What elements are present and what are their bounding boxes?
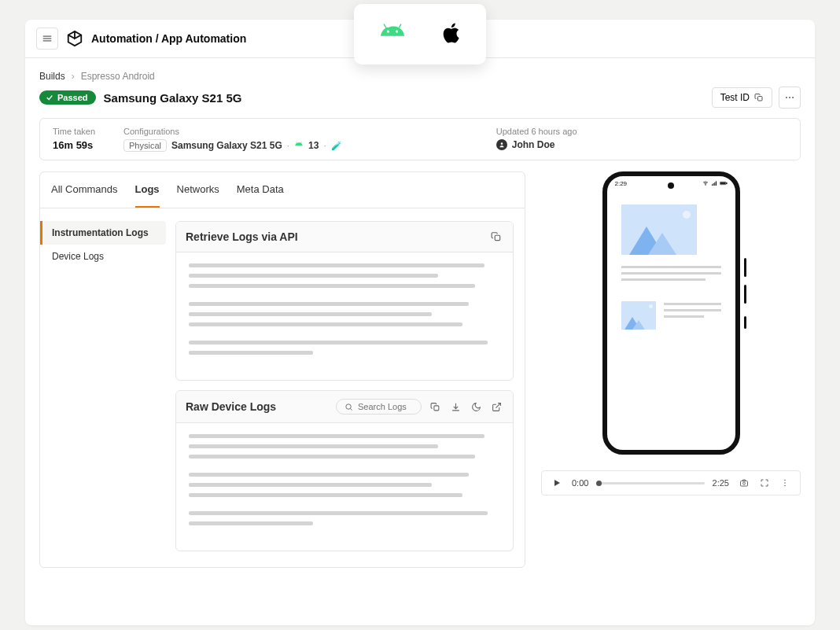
copy-icon xyxy=(754,93,764,102)
svg-point-23 xyxy=(743,482,746,484)
logs-panel: All Commands Logs Networks Meta Data Ins… xyxy=(39,171,525,568)
svg-rect-16 xyxy=(714,182,715,186)
search-logs-input-wrapper xyxy=(336,399,422,414)
updated-block: Updated 6 hours ago John Doe xyxy=(496,127,577,152)
signal-icon xyxy=(711,180,717,188)
svg-rect-15 xyxy=(713,183,713,186)
copy-icon[interactable] xyxy=(428,400,442,414)
screenshot-icon[interactable] xyxy=(737,476,751,490)
svg-rect-20 xyxy=(726,182,727,184)
author-name: John Doe xyxy=(512,139,555,150)
platform-selector-card xyxy=(354,4,486,64)
video-player: 0:00 2:25 xyxy=(541,470,801,496)
android-mini-icon xyxy=(294,140,304,152)
svg-marker-21 xyxy=(554,480,560,486)
svg-rect-11 xyxy=(433,405,438,410)
download-icon[interactable] xyxy=(448,400,462,414)
status-label: Passed xyxy=(57,93,88,102)
page-title: Automation / App Automation xyxy=(91,32,246,45)
physical-badge: Physical xyxy=(123,139,167,152)
svg-rect-8 xyxy=(495,235,499,240)
search-logs-input[interactable] xyxy=(358,402,413,411)
svg-point-6 xyxy=(792,97,794,98)
svg-rect-19 xyxy=(720,182,725,184)
configurations-label: Configurations xyxy=(123,127,342,136)
tab-logs[interactable]: Logs xyxy=(135,172,160,208)
svg-rect-14 xyxy=(712,184,713,186)
product-logo-icon xyxy=(66,30,83,47)
time-taken-block: Time taken 16m 59s xyxy=(53,127,95,152)
svg-rect-17 xyxy=(716,181,717,186)
raw-device-logs-body xyxy=(176,423,513,551)
svg-point-24 xyxy=(784,480,786,481)
ellipsis-icon xyxy=(784,92,795,103)
svg-point-5 xyxy=(789,97,790,98)
breadcrumb-root[interactable]: Builds xyxy=(39,71,65,82)
retrieve-logs-title: Retrieve Logs via API xyxy=(186,230,298,243)
clock-text: 2:29 xyxy=(615,180,628,188)
tab-all-commands[interactable]: All Commands xyxy=(51,172,118,208)
menu-button[interactable] xyxy=(36,28,58,50)
raw-device-logs-title: Raw Device Logs xyxy=(186,400,276,413)
sidebar-item-instrumentation-logs[interactable]: Instrumentation Logs xyxy=(40,221,166,245)
time-taken-label: Time taken xyxy=(53,127,95,136)
svg-line-10 xyxy=(350,408,352,410)
svg-rect-3 xyxy=(758,97,763,101)
battery-icon xyxy=(720,180,728,188)
tab-meta-data[interactable]: Meta Data xyxy=(237,172,284,208)
svg-point-7 xyxy=(500,142,503,145)
test-id-button[interactable]: Test ID xyxy=(712,87,772,108)
config-os-version: 13 xyxy=(308,140,319,151)
play-button[interactable] xyxy=(550,476,564,490)
android-icon[interactable] xyxy=(378,18,407,50)
retrieve-logs-card: Retrieve Logs via API xyxy=(175,221,514,381)
search-icon xyxy=(344,403,353,411)
title-row: Passed Samsung Galaxy S21 5G Test ID xyxy=(39,87,801,118)
time-taken-value: 16m 59s xyxy=(53,139,95,151)
svg-point-26 xyxy=(784,485,786,487)
status-bar: 2:29 xyxy=(607,180,735,188)
breadcrumb-current: Espresso Android xyxy=(81,71,155,82)
logs-sidebar: Instrumentation Logs Device Logs xyxy=(40,221,166,551)
wifi-icon xyxy=(702,180,709,188)
player-total-time: 2:25 xyxy=(713,478,729,488)
updated-text: Updated 6 hours ago xyxy=(496,127,577,136)
fullscreen-icon[interactable] xyxy=(757,476,772,490)
player-current-time: 0:00 xyxy=(572,478,588,488)
test-id-label: Test ID xyxy=(720,92,750,103)
status-badge: Passed xyxy=(39,90,96,105)
copy-icon[interactable] xyxy=(489,230,503,244)
apple-icon[interactable] xyxy=(436,20,462,49)
retrieve-logs-body xyxy=(176,252,513,380)
theme-icon[interactable] xyxy=(469,400,483,414)
svg-point-9 xyxy=(346,403,351,408)
device-title: Samsung Galaxy S21 5G xyxy=(104,91,242,105)
device-screen-content xyxy=(607,176,735,330)
device-preview-panel: 2:29 xyxy=(541,171,801,568)
svg-line-12 xyxy=(496,403,500,407)
svg-point-13 xyxy=(705,185,706,186)
svg-point-4 xyxy=(786,97,787,98)
tab-bar: All Commands Logs Networks Meta Data xyxy=(40,172,525,208)
more-button[interactable] xyxy=(779,87,801,109)
app-window: Automation / App Automation Builds › Esp… xyxy=(25,20,815,625)
raw-device-logs-card: Raw Device Logs xyxy=(175,390,514,551)
svg-point-25 xyxy=(784,482,786,484)
chevron-right-icon: › xyxy=(72,71,75,82)
config-device-name: Samsung Galaxy S21 5G xyxy=(171,140,282,151)
lab-icon: 🧪 xyxy=(331,141,342,151)
sidebar-item-device-logs[interactable]: Device Logs xyxy=(40,245,166,268)
external-link-icon[interactable] xyxy=(489,400,503,414)
kebab-icon[interactable] xyxy=(778,476,792,490)
configurations-block: Configurations Physical Samsung Galaxy S… xyxy=(123,127,342,152)
device-frame: 2:29 xyxy=(602,171,740,455)
author-avatar-icon xyxy=(496,139,507,150)
svg-rect-22 xyxy=(741,481,748,487)
tab-networks[interactable]: Networks xyxy=(177,172,219,208)
info-bar: Time taken 16m 59s Configurations Physic… xyxy=(39,118,801,160)
player-seek-bar[interactable] xyxy=(596,482,704,484)
